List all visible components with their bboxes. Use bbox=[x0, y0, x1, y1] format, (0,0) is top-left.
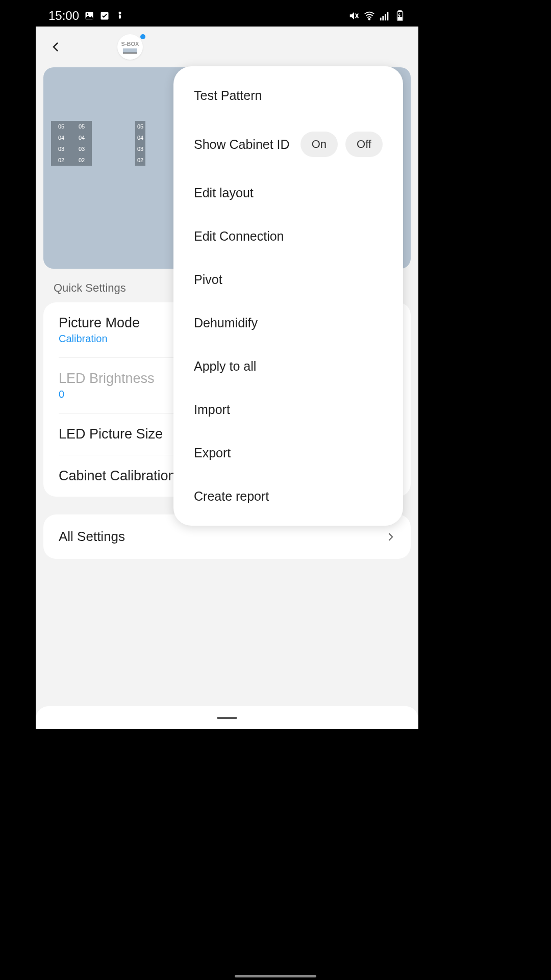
cabinet-cell: 02 bbox=[135, 154, 145, 166]
svg-rect-9 bbox=[385, 14, 386, 20]
cabinet-cell: 04 bbox=[51, 132, 71, 143]
chevron-right-icon bbox=[385, 532, 395, 542]
header: S-BOX bbox=[36, 27, 418, 67]
menu-label: Export bbox=[194, 446, 231, 460]
drag-handle-icon bbox=[217, 717, 237, 719]
sbox-device-badge[interactable]: S-BOX bbox=[117, 34, 143, 60]
menu-import[interactable]: Import bbox=[173, 388, 403, 431]
sbox-label: S-BOX bbox=[121, 41, 139, 47]
toggle-on-button[interactable]: On bbox=[300, 132, 338, 157]
menu-test-pattern[interactable]: Test Pattern bbox=[173, 74, 403, 117]
menu-apply-to-all[interactable]: Apply to all bbox=[173, 345, 403, 388]
bottom-sheet[interactable] bbox=[36, 706, 418, 729]
svg-point-3 bbox=[119, 12, 121, 14]
chevron-left-icon bbox=[50, 41, 62, 53]
menu-label: Apply to all bbox=[194, 359, 256, 374]
signal-icon bbox=[379, 10, 390, 21]
activity-icon bbox=[115, 11, 125, 21]
menu-edit-connection[interactable]: Edit Connection bbox=[173, 215, 403, 258]
menu-label: Edit layout bbox=[194, 186, 254, 200]
status-time: 15:00 bbox=[48, 9, 79, 23]
svg-rect-13 bbox=[398, 17, 402, 20]
svg-point-1 bbox=[87, 13, 88, 15]
gallery-icon bbox=[84, 11, 94, 21]
menu-label: Show Cabinet ID bbox=[194, 137, 290, 152]
cabinet-cell: 03 bbox=[71, 143, 92, 154]
menu-label: Import bbox=[194, 402, 230, 417]
menu-create-report[interactable]: Create report bbox=[173, 475, 403, 518]
svg-point-6 bbox=[369, 18, 370, 20]
svg-rect-7 bbox=[380, 18, 382, 20]
menu-label: Test Pattern bbox=[194, 88, 262, 103]
menu-label: Pivot bbox=[194, 272, 222, 287]
cabinet-cell: 05 bbox=[71, 121, 92, 132]
svg-rect-10 bbox=[387, 12, 389, 20]
menu-show-cabinet-id: Show Cabinet ID On Off bbox=[173, 117, 403, 171]
all-settings-label: All Settings bbox=[59, 529, 125, 545]
wifi-icon bbox=[364, 10, 375, 21]
cabinet-cell: 05 bbox=[51, 121, 71, 132]
status-bar: 15:00 bbox=[36, 5, 418, 27]
menu-label: Dehumidify bbox=[194, 316, 258, 330]
cabinet-cell: 02 bbox=[71, 154, 92, 166]
menu-edit-layout[interactable]: Edit layout bbox=[173, 171, 403, 215]
cabinet-cell: 04 bbox=[71, 132, 92, 143]
svg-rect-8 bbox=[382, 16, 384, 20]
mute-icon bbox=[348, 10, 360, 21]
cabinet-cell: 02 bbox=[51, 154, 71, 166]
toggle-off-button[interactable]: Off bbox=[345, 132, 383, 157]
menu-label: Create report bbox=[194, 489, 269, 504]
menu-dehumidify[interactable]: Dehumidify bbox=[173, 301, 403, 345]
cabinet-grid-right: 05 04 03 02 bbox=[135, 121, 145, 166]
cabinet-grid-left: 0505 0404 0303 0202 bbox=[51, 121, 92, 166]
navigation-handle[interactable] bbox=[235, 975, 316, 977]
cabinet-cell: 03 bbox=[135, 143, 145, 154]
menu-pivot[interactable]: Pivot bbox=[173, 258, 403, 301]
back-button[interactable] bbox=[46, 37, 66, 57]
options-popup: Test Pattern Show Cabinet ID On Off Edit… bbox=[173, 66, 403, 526]
checkbox-icon bbox=[99, 11, 110, 21]
battery-icon bbox=[394, 10, 406, 21]
menu-label: Edit Connection bbox=[194, 229, 284, 244]
notification-dot-icon bbox=[140, 34, 145, 39]
cabinet-cell: 05 bbox=[135, 121, 145, 132]
cabinet-cell: 04 bbox=[135, 132, 145, 143]
cabinet-cell: 03 bbox=[51, 143, 71, 154]
menu-export[interactable]: Export bbox=[173, 431, 403, 475]
svg-rect-12 bbox=[398, 11, 402, 12]
